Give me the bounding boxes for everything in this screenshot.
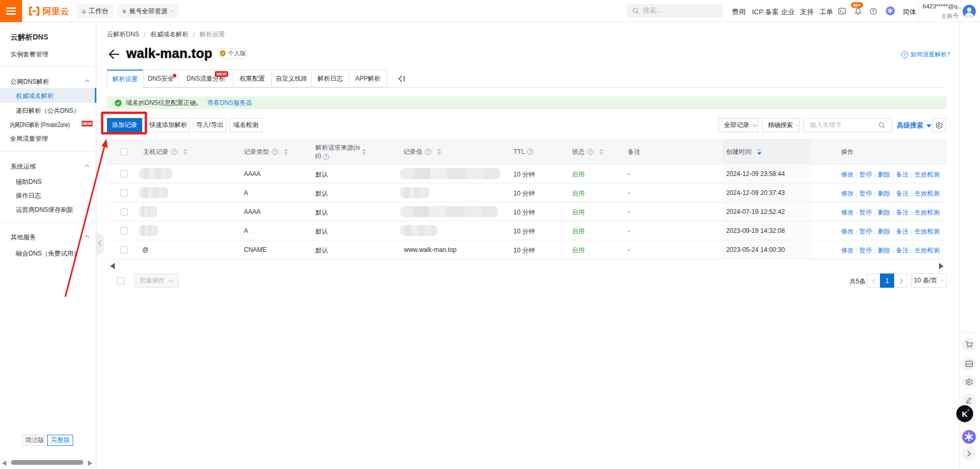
svg-text:?: ? xyxy=(872,8,875,14)
svg-text:?: ? xyxy=(903,52,906,57)
svg-text:APP: APP xyxy=(966,361,972,365)
